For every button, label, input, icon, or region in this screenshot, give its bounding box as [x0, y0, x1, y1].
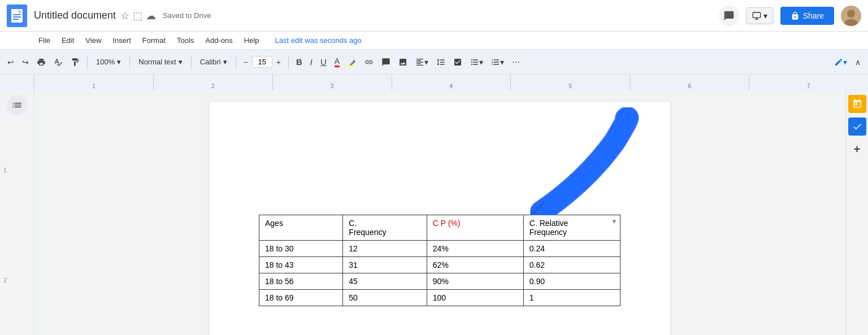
cloud-icon: ☁ [146, 10, 156, 22]
menu-bar: File Edit View Insert Format Tools Add-o… [0, 32, 868, 50]
highlight-button[interactable] [345, 55, 359, 69]
folder-icon[interactable]: ⬚ [133, 10, 142, 22]
menu-insert[interactable]: Insert [108, 34, 136, 47]
decrease-font-size-button[interactable]: − [241, 55, 251, 69]
present-button[interactable]: ▾ [746, 7, 774, 24]
svg-rect-1 [11, 9, 19, 23]
menu-file[interactable]: File [34, 34, 55, 47]
table-row: 18 to 56 45 90% 0.90 [259, 273, 620, 290]
separator-1 [87, 55, 88, 69]
svg-rect-5 [753, 12, 760, 18]
doc-icon [7, 5, 27, 27]
calendar-widget[interactable] [848, 95, 866, 113]
font-select[interactable]: Calibri ▾ [196, 55, 231, 68]
style-value: Normal text [138, 58, 176, 66]
menu-addons[interactable]: Add-ons [201, 34, 237, 47]
star-icon[interactable]: ☆ [120, 10, 129, 22]
cell-cp-2: 62% [427, 257, 523, 273]
left-sidebar: 1 2 [0, 90, 34, 335]
user-avatar[interactable] [841, 6, 861, 26]
menu-tools[interactable]: Tools [172, 34, 198, 47]
ruler-mark-7: 7 [749, 75, 868, 90]
right-sidebar: + [845, 90, 868, 335]
menu-format[interactable]: Format [138, 34, 170, 47]
table-header-row: Ages C.Frequency C P (%) C. RelativeFreq… [259, 215, 620, 241]
page-numbers: 1 2 [3, 115, 7, 335]
table-row: 18 to 43 31 62% 0.62 [259, 257, 620, 273]
document-outline-icon[interactable] [7, 95, 27, 115]
undo-button[interactable]: ↩ [5, 55, 17, 69]
svg-point-7 [847, 10, 855, 18]
tasks-widget[interactable] [848, 118, 866, 136]
redo-button[interactable]: ↪ [19, 55, 32, 69]
cell-cp-1: 24% [427, 241, 523, 257]
cell-age-1: 18 to 30 [259, 241, 343, 257]
svg-rect-2 [13, 14, 21, 15]
ruler-mark-2: 2 [153, 75, 272, 90]
align-button[interactable]: ▾ [413, 55, 431, 69]
ruler-mark-6: 6 [630, 75, 749, 90]
add-widget-button[interactable]: + [848, 140, 866, 158]
present-arrow: ▾ [763, 11, 767, 20]
spellcheck-button[interactable] [51, 55, 66, 69]
style-select[interactable]: Normal text ▾ [134, 55, 186, 68]
cell-freq-3: 45 [343, 273, 427, 290]
zoom-value: 100% [96, 58, 115, 66]
menu-help[interactable]: Help [240, 34, 264, 47]
checklist-button[interactable] [450, 55, 465, 69]
increase-font-size-button[interactable]: + [274, 55, 284, 69]
title-icons: ☆ ⬚ ☁ [120, 10, 156, 22]
pen-tool-button[interactable]: ▾ [831, 55, 850, 69]
comment-button[interactable] [719, 6, 739, 26]
collapse-toolbar-button[interactable]: ∧ [852, 55, 863, 69]
menu-view[interactable]: View [81, 34, 106, 47]
cell-freq-4: 50 [343, 290, 427, 306]
cell-age-3: 18 to 56 [259, 273, 343, 290]
cell-rel-4: 1 [523, 290, 620, 306]
zoom-select[interactable]: 100% ▾ [92, 55, 125, 68]
numbered-list-button[interactable]: ▾ [488, 55, 507, 69]
font-dropdown-icon: ▾ [223, 58, 227, 66]
cell-freq-2: 31 [343, 257, 427, 273]
more-options-button[interactable]: ⋯ [509, 55, 523, 69]
table-row: 18 to 30 12 24% 0.24 [259, 241, 620, 257]
doc-title[interactable]: Untitled document [34, 10, 116, 21]
share-button[interactable]: Share [780, 7, 834, 25]
svg-rect-3 [13, 16, 21, 18]
saved-status: Saved to Drive [163, 11, 211, 20]
bold-button[interactable]: B [293, 55, 305, 69]
underline-button[interactable]: U [318, 55, 329, 69]
separator-3 [191, 55, 192, 69]
share-label: Share [803, 11, 824, 20]
font-size-controls: − + [241, 55, 284, 69]
arrow-annotation [417, 107, 643, 220]
cell-cp-4: 100 [427, 290, 523, 306]
svg-rect-9 [348, 65, 354, 66]
header-ages: Ages [259, 215, 343, 241]
font-value: Calibri [200, 58, 221, 66]
cell-rel-1: 0.24 [523, 241, 620, 257]
text-color-button[interactable]: A [332, 54, 342, 69]
cell-rel-3: 0.90 [523, 273, 620, 290]
link-button[interactable] [362, 55, 376, 69]
bullet-list-button[interactable]: ▾ [467, 55, 486, 69]
print-button[interactable] [34, 55, 49, 69]
saved-text: Saved to Drive [163, 11, 211, 20]
image-button[interactable] [396, 55, 410, 69]
ruler-mark-5: 5 [510, 75, 630, 90]
comment-insert-button[interactable] [379, 55, 393, 69]
cell-rel-2: 0.62 [523, 257, 620, 273]
menu-edit[interactable]: Edit [57, 34, 79, 47]
separator-4 [236, 55, 236, 69]
line-spacing-button[interactable] [433, 55, 448, 69]
font-size-input[interactable] [252, 56, 272, 68]
ruler-mark-1: 1 [34, 75, 153, 90]
header-frequency: C.Frequency [343, 215, 427, 241]
sort-icon[interactable]: ▼ [611, 217, 618, 225]
paint-format-button[interactable] [68, 55, 83, 69]
svg-rect-4 [13, 19, 19, 20]
toolbar: ↩ ↪ 100% ▾ Normal text ▾ Calibri ▾ − + B… [0, 50, 868, 75]
document-area[interactable]: Ages C.Frequency C P (%) C. RelativeFreq… [34, 90, 845, 335]
italic-button[interactable]: I [307, 55, 315, 69]
separator-5 [288, 55, 289, 69]
